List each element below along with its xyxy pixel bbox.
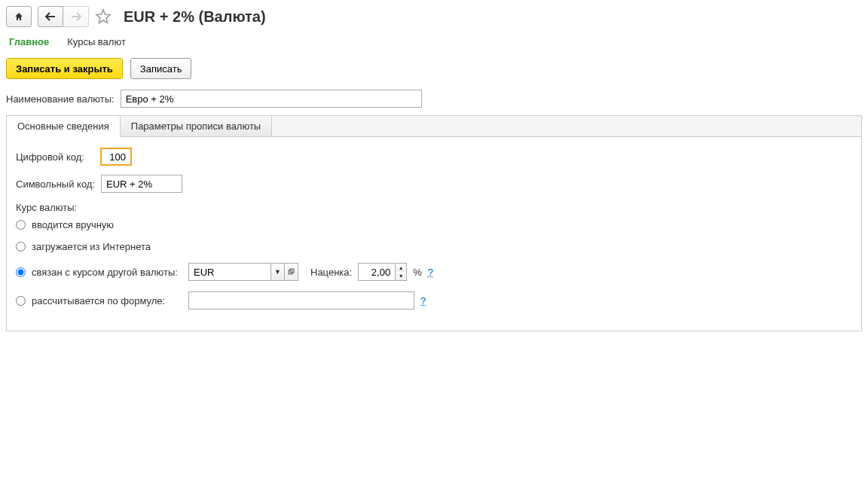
symbol-code-label: Символьный код:: [16, 178, 95, 190]
triangle-down-icon: ▼: [399, 273, 404, 279]
numeric-code-label: Цифровой код:: [16, 151, 94, 163]
panel-tab-basic[interactable]: Основные сведения: [7, 116, 121, 137]
markup-up[interactable]: ▲: [396, 264, 406, 272]
radio-manual[interactable]: [16, 220, 26, 230]
radio-formula-label: рассчитывается по формуле:: [32, 295, 182, 307]
currency-name-label: Наименование валюты:: [6, 93, 115, 105]
formula-help[interactable]: ?: [420, 295, 426, 307]
home-icon: [14, 11, 24, 22]
forward-button[interactable]: [63, 6, 89, 27]
markup-input[interactable]: [359, 264, 395, 280]
formula-input[interactable]: [188, 291, 414, 310]
home-button[interactable]: [6, 6, 32, 27]
symbol-code-input[interactable]: [101, 175, 182, 193]
rate-section-label: Курс валюты:: [16, 202, 852, 213]
radio-formula[interactable]: [16, 296, 26, 306]
page-title: EUR + 2% (Валюта): [124, 8, 266, 26]
markup-help[interactable]: ?: [428, 267, 433, 278]
radio-internet[interactable]: [16, 242, 26, 252]
tab-rates[interactable]: Курсы валют: [67, 36, 126, 47]
arrow-right-icon: [71, 12, 81, 21]
star-icon: [95, 8, 112, 25]
linked-currency-open[interactable]: [284, 264, 298, 280]
save-close-button[interactable]: Записать и закрыть: [6, 58, 123, 79]
percent-label: %: [413, 267, 422, 278]
radio-linked[interactable]: [16, 267, 26, 277]
panel-tab-spelling[interactable]: Параметры прописи валюты: [121, 116, 272, 136]
chevron-down-icon: ▼: [274, 268, 281, 276]
radio-internet-label: загружается из Интернета: [32, 241, 151, 252]
markup-down[interactable]: ▼: [396, 272, 406, 280]
radio-manual-label: вводится вручную: [32, 219, 114, 230]
arrow-left-icon: [45, 12, 56, 21]
linked-currency-dropdown[interactable]: ▼: [270, 264, 284, 280]
markup-label: Наценка:: [310, 267, 352, 278]
linked-currency-input[interactable]: [189, 264, 270, 280]
currency-name-input[interactable]: [121, 90, 422, 108]
radio-linked-label: связан с курсом другой валюты:: [32, 267, 182, 278]
triangle-up-icon: ▲: [399, 265, 404, 270]
numeric-code-input[interactable]: [100, 148, 132, 166]
back-button[interactable]: [38, 6, 63, 27]
save-button[interactable]: Записать: [130, 58, 192, 79]
open-icon: [288, 268, 295, 276]
favorite-button[interactable]: [95, 8, 112, 25]
tab-main[interactable]: Главное: [9, 36, 49, 47]
